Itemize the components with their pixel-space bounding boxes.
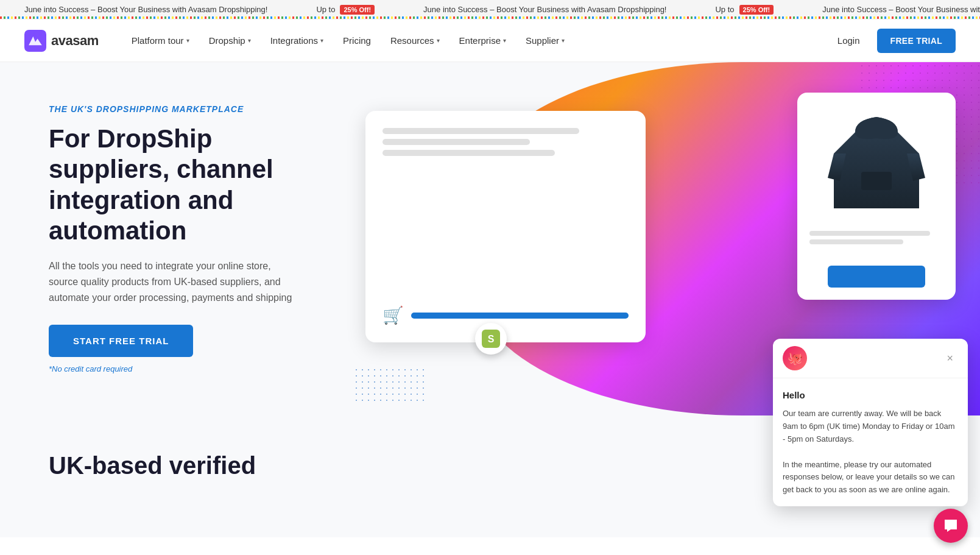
chat-greeting: Hello [783, 388, 958, 403]
overlay-button [828, 266, 925, 288]
overlay-line [809, 239, 903, 244]
announcement-scroll: June into Success – Boost Your Business … [0, 5, 980, 15]
nav-actions: Login FREE TRIAL [830, 29, 956, 53]
chevron-down-icon: ▾ [248, 37, 251, 44]
chat-message-2: In the meantime, please try our automate… [783, 459, 958, 497]
overlay-line [809, 231, 930, 236]
confetti-decoration [0, 16, 980, 19]
shopify-icon: S [482, 330, 500, 348]
nav-item-integrations[interactable]: Integrations ▾ [262, 30, 332, 51]
blue-bar [411, 313, 629, 319]
logo-icon [24, 30, 46, 52]
hero-eyebrow: THE UK'S DROPSHIPPING MARKETPLACE [49, 104, 292, 114]
discount-badge: 25% Off! [739, 5, 774, 15]
chat-header: 🐙 × [773, 339, 968, 378]
svg-text:S: S [488, 334, 495, 344]
product-card-main: 🛒 [365, 111, 646, 342]
card-line [382, 128, 579, 134]
hero-description: All the tools you need to integrate your… [49, 258, 292, 305]
no-card-text: *No credit card required [49, 364, 292, 373]
chat-body: Hello Our team are currently away. We wi… [773, 378, 968, 506]
chevron-down-icon: ▾ [186, 37, 189, 44]
svg-rect-3 [861, 172, 892, 190]
card-bottom: 🛒 [382, 305, 629, 325]
announcement-text: June into Success – Boost Your Business … [423, 5, 666, 14]
announcement-item: Up to 25% Off! [292, 5, 399, 15]
discount-badge: 25% Off! [340, 5, 375, 15]
chevron-down-icon: ▾ [320, 37, 323, 44]
nav-links: Platform tour ▾ Dropship ▾ Integrations … [123, 30, 830, 51]
nav-item-platform-tour[interactable]: Platform tour ▾ [123, 30, 198, 51]
chat-widget: 🐙 × Hello Our team are currently away. W… [773, 339, 968, 506]
chat-bubble-icon [942, 517, 959, 534]
chevron-down-icon: ▾ [562, 37, 565, 44]
card-line [382, 139, 530, 145]
nav-item-enterprise[interactable]: Enterprise ▾ [451, 30, 515, 51]
cart-icon: 🛒 [382, 305, 404, 325]
chat-message-1: Our team are currently away. We will be … [783, 408, 958, 445]
free-trial-button[interactable]: FREE TRIAL [877, 29, 956, 53]
shopify-badge: S [475, 323, 507, 355]
hero-content: THE UK'S DROPSHIPPING MARKETPLACE For Dr… [0, 68, 317, 410]
hoodie-image [828, 105, 925, 214]
announcement-prefix: Up to [316, 5, 335, 14]
svg-rect-0 [24, 30, 46, 52]
chevron-down-icon: ▾ [437, 37, 440, 44]
announcement-prefix: Up to [715, 5, 734, 14]
start-trial-button[interactable]: START FREE TRIAL [49, 325, 193, 357]
overlay-lines [809, 231, 943, 244]
chat-fab-button[interactable] [934, 509, 968, 537]
chevron-down-icon: ▾ [503, 37, 506, 44]
announcement-item: June into Success – Boost Your Business … [0, 5, 292, 15]
product-card-overlay [797, 93, 956, 300]
announcement-item: June into Success – Boost Your Business … [399, 5, 691, 15]
announcement-bar: June into Success – Boost Your Business … [0, 0, 980, 19]
hero-title: For DropShip suppliers, channel integrat… [49, 124, 292, 247]
announcement-item: Up to 25% Off! [691, 5, 798, 15]
announcement-text: June into Success – Boost Your Business … [822, 5, 980, 14]
chat-avatar: 🐙 [783, 346, 807, 370]
nav-item-pricing[interactable]: Pricing [334, 30, 379, 51]
card-line [382, 150, 555, 156]
nav-item-supplier[interactable]: Supplier ▾ [517, 30, 573, 51]
dot-pattern-bottom [353, 367, 426, 403]
nav-item-dropship[interactable]: Dropship ▾ [200, 30, 259, 51]
card-lines [382, 128, 629, 156]
logo-link[interactable]: avasam [24, 30, 99, 52]
logo-text: avasam [51, 33, 99, 49]
hoodie-svg [828, 105, 925, 214]
announcement-text: June into Success – Boost Your Business … [24, 5, 267, 14]
login-link[interactable]: Login [830, 30, 867, 51]
nav-item-resources[interactable]: Resources ▾ [382, 30, 448, 51]
navbar: avasam Platform tour ▾ Dropship ▾ Integr… [0, 19, 980, 62]
announcement-item: June into Success – Boost Your Business … [798, 5, 980, 15]
chat-close-button[interactable]: × [942, 350, 958, 367]
